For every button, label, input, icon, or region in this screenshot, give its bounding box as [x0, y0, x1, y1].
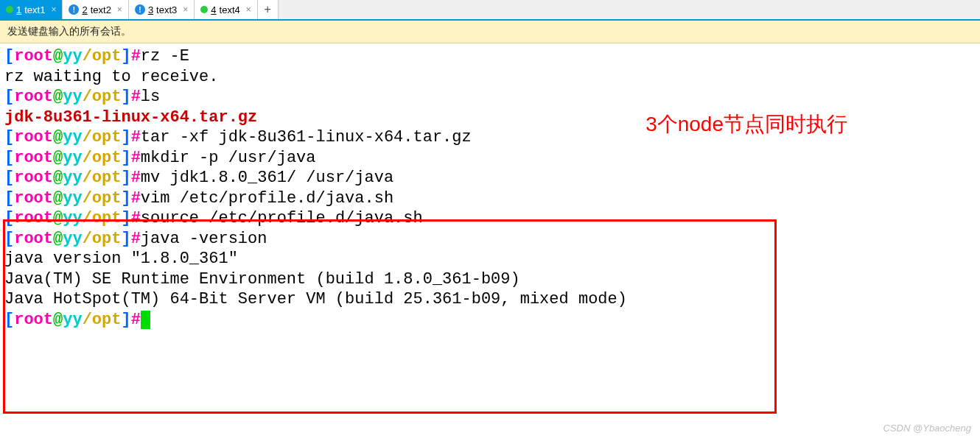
add-tab-button[interactable]: +	[258, 0, 279, 19]
tab-number: 4	[211, 4, 216, 15]
terminal-line: [root@yy/opt]#	[4, 310, 976, 331]
terminal-line: Java HotSpot(TM) 64-Bit Server VM (build…	[4, 289, 976, 310]
close-icon[interactable]: ×	[183, 4, 188, 15]
annotation-text: 3个node节点同时执行	[645, 110, 847, 138]
close-icon[interactable]: ×	[117, 4, 122, 15]
terminal-line: [root@yy/opt]#mv jdk1.8.0_361/ /usr/java	[4, 168, 976, 188]
close-icon[interactable]: ×	[51, 4, 56, 15]
tab-number: 1	[16, 4, 21, 15]
terminal-line: [root@yy/opt]#mkdir -p /usr/java	[4, 148, 976, 169]
tab-number: 3	[148, 4, 153, 15]
close-icon[interactable]: ×	[246, 4, 251, 15]
terminal-line: Java(TM) SE Runtime Environment (build 1…	[4, 269, 976, 290]
terminal-line: [root@yy/opt]#rz -E	[4, 46, 976, 67]
terminal-line: [root@yy/opt]#source /etc/profile.d/java…	[4, 208, 976, 229]
terminal-output[interactable]: [root@yy/opt]#rz -Erz waiting to receive…	[0, 43, 980, 333]
info-icon: !	[135, 4, 145, 15]
terminal-line: rz waiting to receive.	[4, 67, 976, 88]
terminal-line: [root@yy/opt]#ls	[4, 87, 976, 107]
terminal-line: java version "1.8.0_361"	[4, 249, 976, 269]
tab-text4[interactable]: 4 text4×	[195, 0, 257, 19]
green-dot-icon	[6, 6, 13, 13]
tab-label: text4	[220, 4, 240, 15]
tab-number: 2	[82, 4, 87, 15]
terminal-line: [root@yy/opt]#java -version	[4, 229, 976, 250]
tab-bar: 1 text1×!2 text2×!3 text3×4 text4×+	[0, 0, 980, 21]
info-icon: !	[69, 4, 79, 15]
green-dot-icon	[200, 6, 208, 13]
terminal-line: [root@yy/opt]#vim /etc/profile.d/java.sh	[4, 188, 976, 209]
watermark: CSDN @Ybaocheng	[883, 423, 971, 434]
broadcast-notice: 发送键盘输入的所有会话。	[0, 21, 980, 43]
tab-text2[interactable]: !2 text2×	[63, 0, 128, 19]
tab-label: text2	[91, 4, 111, 15]
tab-text3[interactable]: !3 text3×	[129, 0, 195, 19]
tab-label: text1	[24, 4, 45, 15]
tab-text1[interactable]: 1 text1×	[0, 0, 63, 19]
tab-label: text3	[156, 4, 177, 15]
cursor-block	[141, 311, 150, 328]
